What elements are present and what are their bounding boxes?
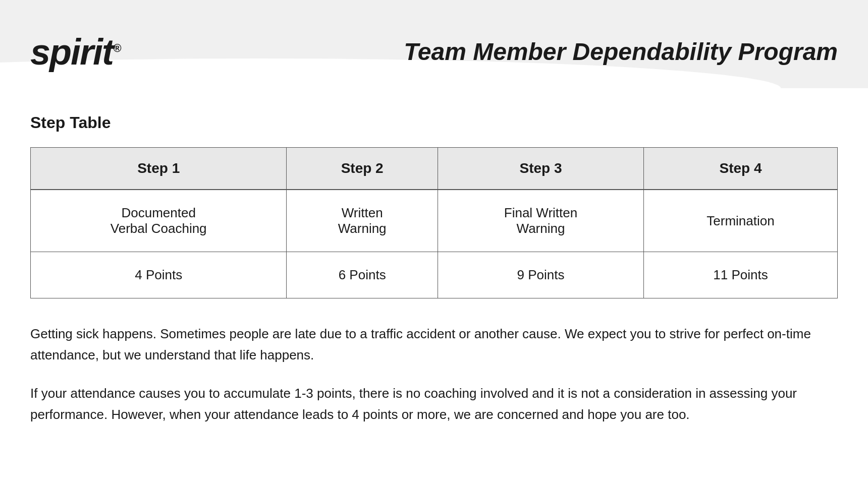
action-step1: DocumentedVerbal Coaching	[31, 190, 287, 252]
main-content: Step Table Step 1 Step 2 Step 3 Step 4 D…	[0, 88, 868, 455]
points-step2: 6 Points	[287, 252, 438, 298]
paragraph-2: If your attendance causes you to accumul…	[30, 383, 838, 425]
col-header-step2: Step 2	[287, 148, 438, 190]
paragraph-1: Getting sick happens. Sometimes people a…	[30, 324, 838, 366]
points-step1: 4 Points	[31, 252, 287, 298]
col-header-step4: Step 4	[644, 148, 838, 190]
step-table: Step 1 Step 2 Step 3 Step 4 DocumentedVe…	[30, 147, 838, 298]
table-header-row: Step 1 Step 2 Step 3 Step 4	[31, 148, 838, 190]
page-header: spirit® Team Member Dependability Progra…	[0, 0, 868, 88]
action-step2: WrittenWarning	[287, 190, 438, 252]
table-row-points: 4 Points 6 Points 9 Points 11 Points	[31, 252, 838, 298]
table-row-actions: DocumentedVerbal Coaching WrittenWarning…	[31, 190, 838, 252]
action-step4: Termination	[644, 190, 838, 252]
section-title: Step Table	[30, 113, 838, 132]
page-title: Team Member Dependability Program	[404, 38, 838, 66]
points-step4: 11 Points	[644, 252, 838, 298]
col-header-step3: Step 3	[438, 148, 643, 190]
company-logo: spirit®	[30, 31, 120, 73]
action-step3: Final WrittenWarning	[438, 190, 643, 252]
col-header-step1: Step 1	[31, 148, 287, 190]
logo-trademark: ®	[113, 42, 120, 54]
points-step3: 9 Points	[438, 252, 643, 298]
logo-text: spirit	[30, 32, 113, 72]
